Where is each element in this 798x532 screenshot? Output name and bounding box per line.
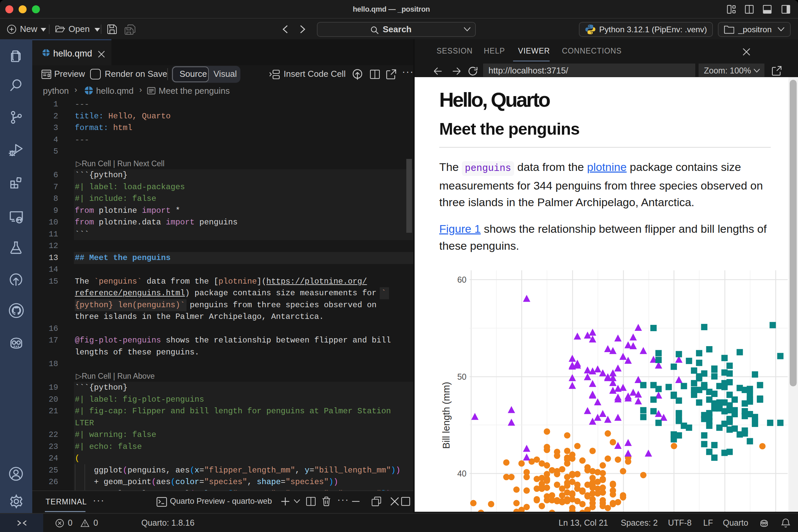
svg-text:40: 40 xyxy=(457,469,467,478)
svg-text:60: 60 xyxy=(457,275,467,284)
svg-text:Bill length (mm): Bill length (mm) xyxy=(441,382,452,449)
svg-text:50: 50 xyxy=(457,372,467,381)
